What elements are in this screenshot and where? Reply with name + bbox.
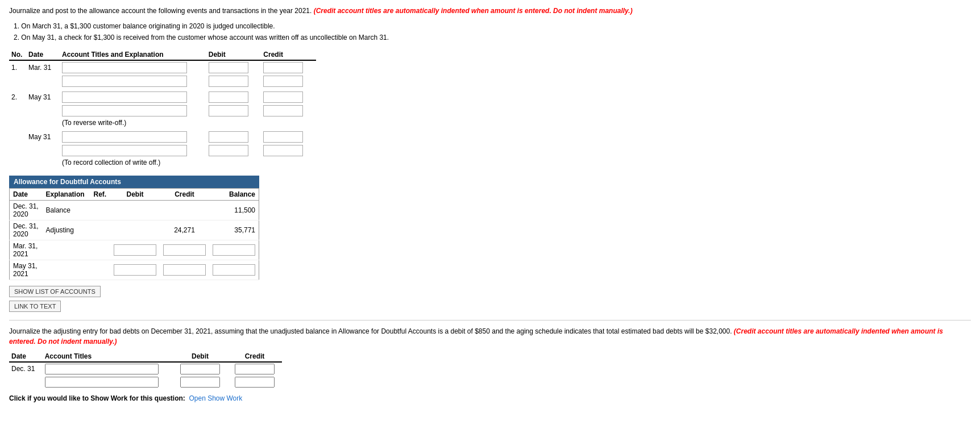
row3b-date xyxy=(26,144,60,157)
journal2-header-row: Date Account Titles Debit Credit xyxy=(9,351,282,362)
row1b-debit xyxy=(206,74,261,88)
row2b-date xyxy=(26,104,60,118)
ledger-balance-3-input[interactable] xyxy=(213,244,255,256)
col-debit: Debit xyxy=(206,49,261,60)
ledger-balance-2: 35,771 xyxy=(209,220,259,240)
col2-date: Date xyxy=(9,351,43,362)
col2-debit: Debit xyxy=(173,351,227,362)
ledger-static-row-2: Dec. 31, 2020 Adjusting 24,271 35,771 xyxy=(10,220,259,240)
sec2-row1-credit xyxy=(227,362,282,376)
row3c-debit xyxy=(206,157,261,168)
row2b-no xyxy=(9,104,26,118)
row3c-date xyxy=(26,157,60,168)
row2-account xyxy=(60,90,206,104)
button-row-1: SHOW LIST OF ACCOUNTS xyxy=(9,286,971,297)
row1b-account xyxy=(60,74,206,88)
section2-instructions: Journalize the adjusting entry for bad d… xyxy=(9,326,971,347)
row2-debit-input[interactable] xyxy=(209,91,248,103)
row1b-credit xyxy=(261,74,316,88)
row3-credit xyxy=(261,130,316,144)
sec2-row1-credit-input[interactable] xyxy=(235,364,275,374)
row2-credit-input[interactable] xyxy=(263,91,303,103)
sec2-row2-credit xyxy=(227,376,282,389)
ledger-date-3: Mar. 31, 2021 xyxy=(10,240,43,260)
sec2-row1-date: Dec. 31 xyxy=(9,362,43,376)
sec2-row1-debit xyxy=(173,362,227,376)
row1b-account-input[interactable] xyxy=(62,76,187,87)
row3-credit-input[interactable] xyxy=(263,131,303,143)
ledger-debit-3-input[interactable] xyxy=(114,244,156,256)
row2b-credit xyxy=(261,104,316,118)
show-work-link[interactable]: Open Show Work xyxy=(189,394,242,402)
ledger-date-2: Dec. 31, 2020 xyxy=(10,220,43,240)
sec2-row1-debit-input[interactable] xyxy=(180,364,220,374)
col2-account: Account Titles xyxy=(43,351,173,362)
table-row: May 31 xyxy=(9,130,316,144)
row3b-account-input[interactable] xyxy=(62,145,187,156)
row1b-credit-input[interactable] xyxy=(263,76,303,87)
note-reverse: (To reverse write-off.) xyxy=(60,118,206,128)
sec2-row1-account-input[interactable] xyxy=(45,364,159,374)
numbered-list: 1. On March 31, a $1,300 customer balanc… xyxy=(14,20,971,44)
ledger-input-row-1: Mar. 31, 2021 xyxy=(10,240,259,260)
ledger-debit-4-input[interactable] xyxy=(114,264,156,276)
ledger-balance-4 xyxy=(209,260,259,280)
col-credit: Credit xyxy=(261,49,316,60)
row1-account-input[interactable] xyxy=(62,62,187,73)
ledger-date-4: May 31, 2021 xyxy=(10,260,43,280)
row3b-credit-input[interactable] xyxy=(263,145,303,156)
ledger-balance-3 xyxy=(209,240,259,260)
row1b-debit-input[interactable] xyxy=(209,76,248,87)
ledger-col-explanation: Explanation xyxy=(43,188,90,200)
journal-header-row: No. Date Account Titles and Explanation … xyxy=(9,49,316,60)
ledger-title: Allowance for Doubtful Accounts xyxy=(9,176,259,188)
row3-account xyxy=(60,130,206,144)
col-no: No. xyxy=(9,49,26,60)
sec2-row2-account-input[interactable] xyxy=(45,377,159,388)
note-record: (To record collection of write off.) xyxy=(60,157,206,168)
row1-debit xyxy=(206,60,261,74)
sec2-row2-date xyxy=(9,376,43,389)
sec2-row2-credit-input[interactable] xyxy=(235,377,275,388)
section2-instruction-text: Journalize the adjusting entry for bad d… xyxy=(9,327,732,335)
ledger-debit-4 xyxy=(110,260,160,280)
col-account: Account Titles and Explanation xyxy=(60,49,206,60)
row2b-credit-input[interactable] xyxy=(263,105,303,116)
ledger-balance-4-input[interactable] xyxy=(213,264,255,276)
list-item-2: 2. On May 31, a check for $1,300 is rece… xyxy=(14,32,971,43)
sec2-row2-debit-input[interactable] xyxy=(180,377,220,388)
sec2-row2-debit xyxy=(173,376,227,389)
ledger-credit-3-input[interactable] xyxy=(163,244,206,256)
row2b-debit-input[interactable] xyxy=(209,105,248,116)
row1-debit-input[interactable] xyxy=(209,62,248,73)
ledger-balance-1: 11,500 xyxy=(209,200,259,220)
ledger-credit-4-input[interactable] xyxy=(163,264,206,276)
sec2-row2-account xyxy=(43,376,173,389)
row2b-account-input[interactable] xyxy=(62,105,187,116)
ledger-debit-3 xyxy=(110,240,160,260)
ledger-col-credit: Credit xyxy=(160,188,209,200)
row3-debit-input[interactable] xyxy=(209,131,248,143)
table-row xyxy=(9,104,316,118)
row3-account-input[interactable] xyxy=(62,131,187,143)
ledger-credit-4 xyxy=(160,260,209,280)
ledger-col-ref: Ref. xyxy=(90,188,110,200)
ledger-credit-1 xyxy=(160,200,209,220)
table-row: 1. Mar. 31 xyxy=(9,60,316,74)
table-row xyxy=(9,74,316,88)
row2-account-input[interactable] xyxy=(62,91,187,103)
ledger-ref-1 xyxy=(90,200,110,220)
row1-credit-input[interactable] xyxy=(263,62,303,73)
row3b-no xyxy=(9,144,26,157)
row3b-debit-input[interactable] xyxy=(209,145,248,156)
col2-credit: Credit xyxy=(227,351,282,362)
show-list-button[interactable]: SHOW LIST OF ACCOUNTS xyxy=(9,286,101,297)
ledger-credit-2: 24,271 xyxy=(160,220,209,240)
ledger-header-row: Date Explanation Ref. Debit Credit Balan… xyxy=(10,188,259,200)
link-to-text-button[interactable]: LINK TO TEXT xyxy=(9,301,61,312)
ledger-table: Date Explanation Ref. Debit Credit Balan… xyxy=(9,188,259,280)
row3b-debit xyxy=(206,144,261,157)
show-work-label: Click if you would like to Show Work for… xyxy=(9,394,185,402)
row3b-credit xyxy=(261,144,316,157)
ledger-static-row-1: Dec. 31, 2020 Balance 11,500 xyxy=(10,200,259,220)
